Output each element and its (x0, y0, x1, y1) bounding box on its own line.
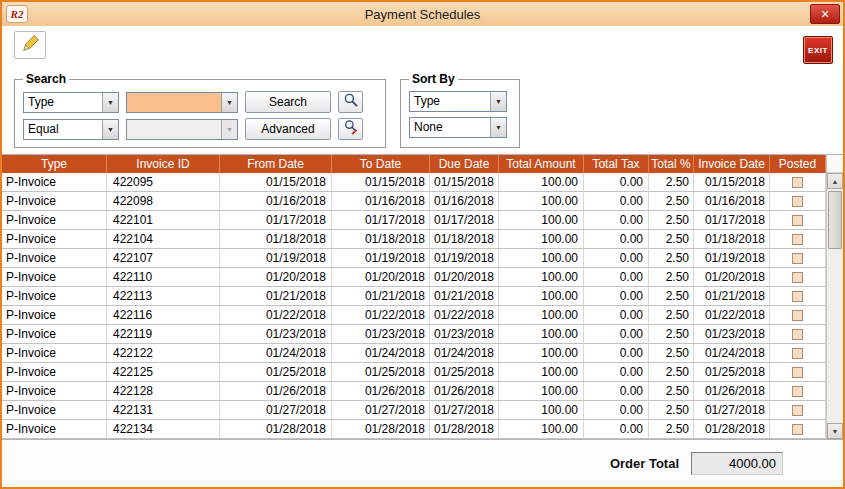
cell-from-date: 01/20/2018 (220, 268, 332, 287)
posted-checkbox[interactable] (792, 272, 803, 283)
cell-total-pct: 2.50 (649, 401, 694, 420)
chevron-down-icon[interactable]: ▼ (221, 93, 237, 112)
sort-primary-select[interactable]: Type ▼ (409, 91, 507, 112)
table-row[interactable]: P-Invoice42210701/19/201801/19/201801/19… (2, 249, 826, 268)
table-row[interactable]: P-Invoice42211601/22/201801/22/201801/22… (2, 306, 826, 325)
search-advanced-value-text (127, 120, 221, 139)
posted-checkbox[interactable] (792, 196, 803, 207)
cell-type: P-Invoice (2, 363, 107, 382)
chevron-down-icon[interactable]: ▼ (490, 118, 506, 137)
column-header-invoice-id[interactable]: Invoice ID (107, 155, 220, 173)
table-row[interactable]: P-Invoice42211001/20/201801/20/201801/20… (2, 268, 826, 287)
app-logo-icon: R2 (6, 5, 28, 23)
exit-button[interactable]: EXIT (803, 36, 833, 64)
cell-from-date: 01/16/2018 (220, 192, 332, 211)
cell-from-date: 01/23/2018 (220, 325, 332, 344)
table-row[interactable]: P-Invoice42212801/26/201801/26/201801/26… (2, 382, 826, 401)
column-header-to-date[interactable]: To Date (332, 155, 430, 173)
column-header-total-amount[interactable]: Total Amount (499, 155, 584, 173)
chevron-down-icon[interactable]: ▼ (490, 92, 506, 111)
cell-invoice-id: 422119 (107, 325, 220, 344)
edit-button[interactable] (14, 31, 46, 59)
chevron-down-icon[interactable]: ▼ (102, 93, 118, 112)
posted-checkbox[interactable] (792, 348, 803, 359)
cell-total-pct: 2.50 (649, 173, 694, 192)
cell-total-pct: 2.50 (649, 287, 694, 306)
cell-total-pct: 2.50 (649, 268, 694, 287)
cell-total-tax: 0.00 (584, 287, 649, 306)
table-row[interactable]: P-Invoice42211301/21/201801/21/201801/21… (2, 287, 826, 306)
cell-invoice-date: 01/16/2018 (694, 192, 770, 211)
cell-total-tax: 0.00 (584, 306, 649, 325)
scrollbar-spacer (827, 155, 843, 173)
cell-invoice-id: 422107 (107, 249, 220, 268)
posted-checkbox[interactable] (792, 329, 803, 340)
posted-checkbox[interactable] (792, 291, 803, 302)
cell-posted (770, 249, 826, 268)
cell-from-date: 01/18/2018 (220, 230, 332, 249)
posted-checkbox[interactable] (792, 367, 803, 378)
sort-secondary-select[interactable]: None ▼ (409, 117, 507, 138)
table-row[interactable]: P-Invoice42210101/17/201801/17/201801/17… (2, 211, 826, 230)
title-bar[interactable]: R2 Payment Schedules ✕ (2, 2, 843, 26)
table-row[interactable]: P-Invoice42210401/18/201801/18/201801/18… (2, 230, 826, 249)
search-operator-select[interactable]: Equal ▼ (23, 119, 119, 140)
column-header-posted[interactable]: Posted (770, 155, 826, 173)
posted-checkbox[interactable] (792, 234, 803, 245)
cell-invoice-date: 01/26/2018 (694, 382, 770, 401)
cell-invoice-date: 01/25/2018 (694, 363, 770, 382)
column-header-due-date[interactable]: Due Date (430, 155, 499, 173)
cell-type: P-Invoice (2, 192, 107, 211)
table-row[interactable]: P-Invoice42209501/15/201801/15/201801/15… (2, 173, 826, 192)
search-execute-button[interactable] (338, 91, 363, 113)
sort-primary-value: Type (410, 92, 490, 111)
cell-due-date: 01/16/2018 (430, 192, 499, 211)
cell-to-date: 01/15/2018 (332, 173, 430, 192)
cell-total-amount: 100.00 (499, 249, 584, 268)
posted-checkbox[interactable] (792, 386, 803, 397)
cell-due-date: 01/21/2018 (430, 287, 499, 306)
cell-to-date: 01/18/2018 (332, 230, 430, 249)
posted-checkbox[interactable] (792, 215, 803, 226)
posted-checkbox[interactable] (792, 424, 803, 435)
chevron-down-icon[interactable]: ▼ (102, 120, 118, 139)
scroll-down-button[interactable]: ▼ (827, 423, 843, 439)
table-row[interactable]: P-Invoice42212501/25/201801/25/201801/25… (2, 363, 826, 382)
posted-checkbox[interactable] (792, 177, 803, 188)
search-button[interactable]: Search (245, 91, 331, 113)
scroll-up-button[interactable]: ▲ (827, 173, 843, 189)
search-operator-value: Equal (24, 120, 102, 139)
table-row[interactable]: P-Invoice42213101/27/201801/27/201801/27… (2, 401, 826, 420)
search-group: Search Type ▼ ▼ Search (14, 72, 386, 148)
cell-posted (770, 230, 826, 249)
cell-total-amount: 100.00 (499, 363, 584, 382)
column-header-from-date[interactable]: From Date (220, 155, 332, 173)
column-header-total-tax[interactable]: Total Tax (584, 155, 649, 173)
cell-invoice-id: 422101 (107, 211, 220, 230)
cell-total-tax: 0.00 (584, 344, 649, 363)
table-row[interactable]: P-Invoice42211901/23/201801/23/201801/23… (2, 325, 826, 344)
table-row[interactable]: P-Invoice42209801/16/201801/16/201801/16… (2, 192, 826, 211)
cell-total-tax: 0.00 (584, 249, 649, 268)
scrollbar-thumb[interactable] (828, 191, 842, 249)
table-row[interactable]: P-Invoice42212201/24/201801/24/201801/24… (2, 344, 826, 363)
advanced-button[interactable]: Advanced (245, 118, 331, 140)
search-field-select[interactable]: Type ▼ (23, 92, 119, 113)
cell-type: P-Invoice (2, 173, 107, 192)
cell-from-date: 01/15/2018 (220, 173, 332, 192)
vertical-scrollbar[interactable]: ▲ ▼ (826, 155, 843, 439)
posted-checkbox[interactable] (792, 310, 803, 321)
column-header-type[interactable]: Type (2, 155, 107, 173)
column-header-total-[interactable]: Total % (649, 155, 694, 173)
column-header-invoice-date[interactable]: Invoice Date (694, 155, 770, 173)
cell-due-date: 01/26/2018 (430, 382, 499, 401)
advanced-search-button[interactable] (338, 118, 363, 140)
table-row[interactable]: P-Invoice42213401/28/201801/28/201801/28… (2, 420, 826, 439)
search-value-select[interactable]: ▼ (126, 92, 238, 113)
close-button[interactable]: ✕ (810, 4, 840, 24)
scrollbar-track[interactable] (827, 189, 843, 423)
posted-checkbox[interactable] (792, 253, 803, 264)
cell-total-tax: 0.00 (584, 325, 649, 344)
window-title: Payment Schedules (365, 7, 481, 22)
posted-checkbox[interactable] (792, 405, 803, 416)
